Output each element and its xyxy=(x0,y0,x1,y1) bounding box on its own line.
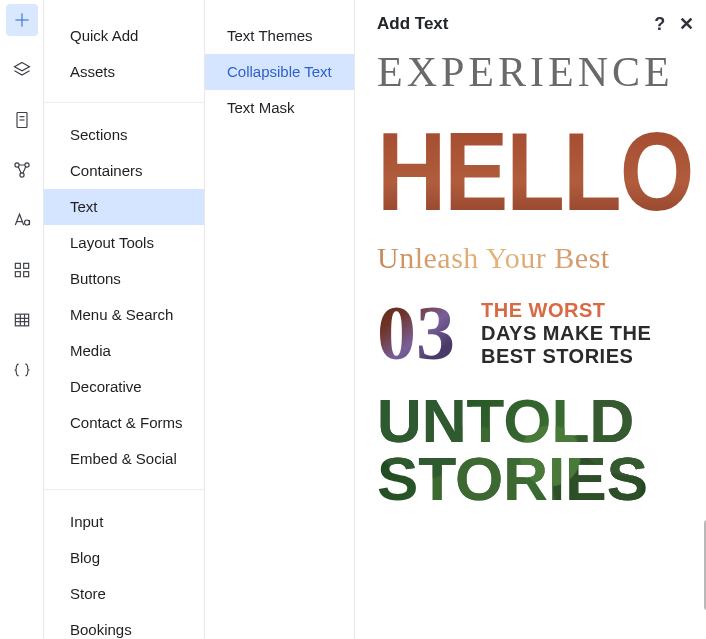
left-icon-rail xyxy=(0,0,44,639)
svg-point-6 xyxy=(14,163,18,167)
subcategory-item-collapsible-text[interactable]: Collapsible Text xyxy=(205,54,354,90)
text-preset-worst-days[interactable]: 03 THE WORST DAYS MAKE THE BEST STORIES xyxy=(377,299,692,368)
category-list: Quick Add Assets Sections Containers Tex… xyxy=(44,0,205,639)
svg-marker-2 xyxy=(14,63,29,71)
svg-rect-15 xyxy=(23,272,28,277)
svg-point-7 xyxy=(24,163,28,167)
grid-icon[interactable] xyxy=(6,254,38,286)
category-item-input[interactable]: Input xyxy=(44,504,204,540)
svg-point-8 xyxy=(19,173,23,177)
text-preset-untold-stories[interactable]: UNTOLD STORIES xyxy=(377,392,692,509)
close-icon[interactable]: ✕ xyxy=(679,15,694,33)
subcategory-item-text-themes[interactable]: Text Themes xyxy=(205,18,354,54)
text-preset-unleash[interactable]: Unleash Your Best xyxy=(377,241,692,275)
add-element-panel: Quick Add Assets Sections Containers Tex… xyxy=(0,0,706,639)
category-item-contact-forms[interactable]: Contact & Forms xyxy=(44,405,204,441)
preview-body[interactable]: EXPERIENCE HELLO Unleash Your Best 03 TH… xyxy=(355,46,706,639)
add-icon[interactable] xyxy=(6,4,38,36)
code-icon[interactable] xyxy=(6,354,38,386)
category-item-assets[interactable]: Assets xyxy=(44,54,204,90)
help-icon[interactable]: ? xyxy=(654,15,665,33)
category-item-sections[interactable]: Sections xyxy=(44,117,204,153)
svg-rect-14 xyxy=(15,272,20,277)
category-item-blog[interactable]: Blog xyxy=(44,540,204,576)
subcategory-item-text-mask[interactable]: Text Mask xyxy=(205,90,354,126)
preset-line: UNTOLD xyxy=(377,392,692,450)
svg-rect-16 xyxy=(15,314,28,326)
category-item-bookings[interactable]: Bookings xyxy=(44,612,204,639)
svg-point-10 xyxy=(24,220,29,225)
category-item-menu-search[interactable]: Menu & Search xyxy=(44,297,204,333)
text-style-icon[interactable] xyxy=(6,204,38,236)
svg-rect-12 xyxy=(15,263,20,268)
category-group: Input Blog Store Bookings xyxy=(44,504,204,639)
category-item-quick-add[interactable]: Quick Add xyxy=(44,18,204,54)
category-item-layout-tools[interactable]: Layout Tools xyxy=(44,225,204,261)
text-preset-experience[interactable]: EXPERIENCE xyxy=(377,48,692,96)
subcategory-list: Text Themes Collapsible Text Text Mask xyxy=(205,0,355,639)
preset-caption: THE WORST DAYS MAKE THE BEST STORIES xyxy=(481,299,651,368)
svg-rect-13 xyxy=(23,263,28,268)
preset-number: 03 xyxy=(377,302,455,364)
category-item-decorative[interactable]: Decorative xyxy=(44,369,204,405)
category-group: Quick Add Assets xyxy=(44,18,204,103)
category-group: Sections Containers Text Layout Tools Bu… xyxy=(44,117,204,490)
text-preset-hello[interactable]: HELLO xyxy=(377,120,692,231)
table-icon[interactable] xyxy=(6,304,38,336)
page-icon[interactable] xyxy=(6,104,38,136)
preset-caption-line: BEST STORIES xyxy=(481,345,651,368)
preset-caption-line: DAYS MAKE THE xyxy=(481,322,651,345)
layers-icon[interactable] xyxy=(6,54,38,86)
panel-actions: ? ✕ xyxy=(654,15,694,33)
nodes-icon[interactable] xyxy=(6,154,38,186)
preview-panel: Add Text ? ✕ EXPERIENCE HELLO Unleash Yo… xyxy=(355,0,706,639)
preset-line: STORIES xyxy=(377,450,692,508)
preset-caption-line: THE WORST xyxy=(481,299,651,322)
panel-title: Add Text xyxy=(377,14,448,34)
panel-header: Add Text ? ✕ xyxy=(355,0,706,46)
category-item-store[interactable]: Store xyxy=(44,576,204,612)
category-item-containers[interactable]: Containers xyxy=(44,153,204,189)
category-item-embed-social[interactable]: Embed & Social xyxy=(44,441,204,477)
category-item-buttons[interactable]: Buttons xyxy=(44,261,204,297)
category-item-media[interactable]: Media xyxy=(44,333,204,369)
category-item-text[interactable]: Text xyxy=(44,189,204,225)
